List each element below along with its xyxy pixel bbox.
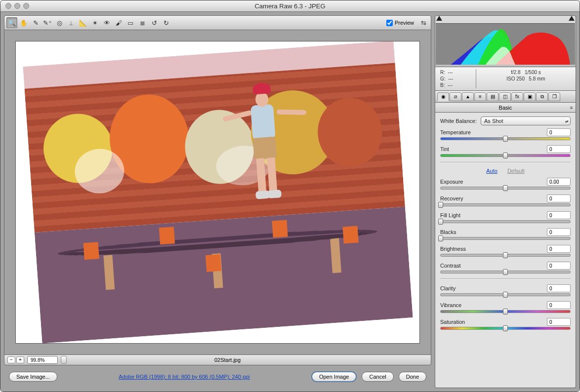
vibrance-thumb[interactable] — [503, 309, 508, 314]
tab-effects[interactable]: fx — [511, 92, 523, 101]
white-balance-label: White Balance: — [440, 118, 477, 124]
recovery-label: Recovery — [440, 196, 463, 201]
vibrance-value[interactable] — [547, 301, 571, 309]
status-bar: − + 99.8% 02Start.jpg — [4, 354, 431, 365]
clarity-thumb[interactable] — [503, 292, 508, 298]
saturation-thumb[interactable] — [503, 325, 508, 331]
exposure-value[interactable] — [547, 178, 571, 186]
vibrance-slider[interactable] — [440, 310, 571, 313]
clarity-label: Clarity — [440, 285, 456, 291]
contrast-label: Contrast — [440, 263, 461, 269]
adjustment-brush-tool[interactable]: 🖌 — [113, 17, 124, 28]
tab-lens[interactable]: ◫ — [499, 92, 511, 101]
panel-menu-icon[interactable]: ≡ — [570, 105, 573, 110]
brightness-label: Brightness — [440, 246, 466, 252]
preview-area[interactable] — [4, 30, 431, 354]
panel-tabs: ◉⧄▲≡▤◫fx▣⧉❐ — [435, 91, 576, 103]
brightness-thumb[interactable] — [503, 252, 508, 258]
metadata-readout: R: --- G: --- B: --- f/2.8 1/500 s ISO 2… — [435, 67, 576, 91]
contrast-thumb[interactable] — [503, 269, 508, 275]
footer: Save Image... Adobe RGB (1998); 8 bit; 8… — [4, 365, 431, 388]
contrast-slider[interactable] — [440, 271, 571, 274]
fullscreen-button[interactable]: ⇆ — [418, 17, 429, 28]
zoom-stepper[interactable] — [61, 356, 67, 364]
window-title: Camera Raw 6.3 - JPEG — [0, 2, 580, 10]
zoom-tool[interactable]: 🔍 — [6, 17, 17, 28]
hand-tool[interactable]: ✋ — [18, 17, 29, 28]
blacks-value[interactable] — [547, 228, 571, 236]
tab-calibration[interactable]: ▣ — [524, 92, 536, 101]
histogram — [435, 15, 576, 67]
fill-thumb[interactable] — [438, 219, 443, 225]
vibrance-label: Vibrance — [440, 302, 461, 308]
exposure-thumb[interactable] — [503, 185, 508, 191]
fill-slider[interactable] — [440, 220, 571, 223]
panel-title: Basic ≡ — [435, 103, 576, 113]
color-sampler-tool[interactable]: ✎⁺ — [42, 17, 53, 28]
auto-link[interactable]: Auto — [486, 168, 497, 174]
tab-basic[interactable]: ◉ — [437, 92, 449, 101]
tint-value[interactable] — [547, 145, 571, 153]
done-button[interactable]: Done — [399, 372, 426, 382]
open-image-button[interactable]: Open Image — [311, 371, 357, 382]
brightness-value[interactable] — [547, 245, 571, 253]
recovery-thumb[interactable] — [438, 202, 443, 208]
clarity-slider[interactable] — [440, 293, 571, 296]
tab-detail[interactable]: ▲ — [462, 92, 474, 101]
tab-hsl[interactable]: ≡ — [474, 92, 486, 101]
tab-tone-curve[interactable]: ⧄ — [450, 92, 461, 101]
fill-value[interactable] — [547, 211, 571, 219]
white-balance-tool[interactable]: ✎ — [30, 17, 41, 28]
tab-snapshots[interactable]: ❐ — [548, 92, 560, 101]
filename-label: 02Start.jpg — [70, 357, 385, 363]
shadow-clip-icon[interactable] — [436, 16, 442, 21]
basic-panel: White Balance: As Shot Temperature Tint … — [435, 113, 576, 388]
straighten-tool[interactable]: 📐 — [78, 17, 88, 28]
saturation-label: Saturation — [440, 319, 465, 325]
titlebar: Camera Raw 6.3 - JPEG — [0, 0, 580, 12]
saturation-value[interactable] — [547, 318, 571, 326]
cancel-button[interactable]: Cancel — [362, 372, 393, 382]
tint-thumb[interactable] — [503, 153, 508, 158]
graduated-filter-tool[interactable]: ▭ — [125, 17, 136, 28]
tint-slider[interactable] — [440, 154, 571, 157]
brightness-slider[interactable] — [440, 254, 571, 257]
blacks-thumb[interactable] — [438, 235, 443, 241]
temperature-label: Temperature — [440, 129, 471, 135]
rotate-cw-tool[interactable]: ↻ — [161, 17, 171, 28]
workflow-options-link[interactable]: Adobe RGB (1998); 8 bit; 800 by 606 (0.5… — [62, 374, 306, 380]
zoom-level[interactable]: 99.8% — [27, 356, 58, 364]
temperature-value[interactable] — [547, 128, 571, 136]
spot-removal-tool[interactable]: ✴ — [89, 17, 100, 28]
highlight-clip-icon[interactable] — [569, 16, 575, 21]
tint-label: Tint — [440, 146, 449, 152]
blacks-label: Blacks — [440, 229, 456, 235]
preferences-tool[interactable]: ≣ — [137, 17, 148, 28]
zoom-in-button[interactable]: + — [16, 356, 24, 363]
exposure-label: Exposure — [440, 179, 463, 185]
temperature-slider[interactable] — [440, 137, 571, 140]
tab-presets[interactable]: ⧉ — [536, 92, 548, 101]
saturation-slider[interactable] — [440, 327, 571, 330]
rotate-ccw-tool[interactable]: ↺ — [149, 17, 160, 28]
temperature-thumb[interactable] — [503, 136, 508, 142]
clarity-value[interactable] — [547, 284, 571, 292]
recovery-value[interactable] — [547, 195, 571, 202]
default-link[interactable]: Default — [507, 168, 525, 174]
tab-split-toning[interactable]: ▤ — [487, 92, 498, 101]
preview-checkbox[interactable] — [386, 20, 393, 26]
targeted-adjustment-tool[interactable]: ◎ — [54, 17, 65, 28]
save-image-button[interactable]: Save Image... — [9, 372, 57, 382]
app-window: Camera Raw 6.3 - JPEG 🔍✋✎✎⁺◎⟂📐✴👁🖌▭≣↺↻ Pr… — [0, 0, 580, 392]
crop-tool[interactable]: ⟂ — [66, 17, 77, 28]
contrast-value[interactable] — [547, 262, 571, 270]
red-eye-removal-tool[interactable]: 👁 — [101, 17, 112, 28]
blacks-slider[interactable] — [440, 237, 571, 240]
image-preview — [23, 41, 413, 344]
exposure-slider[interactable] — [440, 187, 571, 190]
preview-toggle[interactable]: Preview — [386, 20, 414, 26]
recovery-slider[interactable] — [440, 203, 571, 206]
white-balance-select[interactable]: As Shot — [481, 117, 571, 125]
fill-label: Fill Light — [440, 212, 460, 218]
zoom-out-button[interactable]: − — [7, 356, 15, 363]
